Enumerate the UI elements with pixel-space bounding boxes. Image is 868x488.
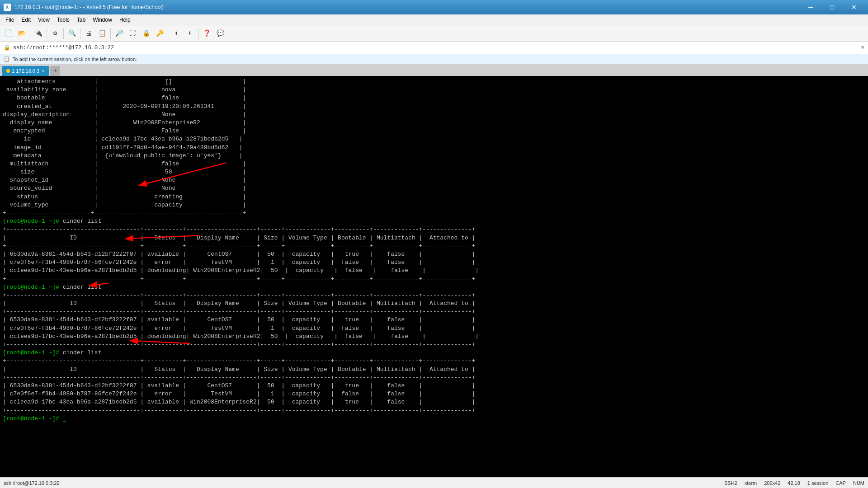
- menu-tab[interactable]: Tab: [73, 16, 89, 24]
- window-title: 172.16.0.3 - root@node-1:~ - Xshell 5 (F…: [14, 4, 164, 10]
- lock-icon: 🔒: [4, 44, 10, 51]
- status-cursor: 42,18: [788, 480, 800, 486]
- menu-file[interactable]: File: [2, 16, 18, 24]
- status-ssh: SSH2: [724, 480, 737, 486]
- print-button[interactable]: 🖨: [82, 27, 95, 40]
- status-size: 209x42: [764, 480, 780, 486]
- menu-window[interactable]: Window: [89, 16, 116, 24]
- extra-button[interactable]: 💬: [214, 27, 226, 40]
- menu-edit[interactable]: Edit: [18, 16, 34, 24]
- info-icon: 📋: [4, 56, 10, 62]
- status-num: NUM: [853, 480, 864, 486]
- menu-bar: File Edit View Tools Tab Window Help: [0, 14, 868, 25]
- tab-bar: 1 172.16.0.3 ✕ +: [0, 64, 868, 76]
- copy-button[interactable]: 📋: [96, 27, 108, 40]
- menu-tools[interactable]: Tools: [53, 16, 73, 24]
- toolbar-separator-5: [110, 28, 111, 39]
- menu-view[interactable]: View: [34, 16, 53, 24]
- connect-button[interactable]: 🔌: [32, 27, 45, 40]
- status-bar: ssh://root@172.16.0.3:22 SSH2 xterm 209x…: [0, 477, 868, 488]
- status-connection: ssh://root@172.16.0.3:22: [4, 480, 60, 486]
- minimize-button[interactable]: ─: [800, 0, 821, 14]
- toolbar: 📄 📂 🔌 ⚙ 🔍 🖨 📋 🔎 ⛶ 🔒 🔑 ⬆ ⬇ ❓ 💬: [0, 25, 868, 42]
- status-terminal: xterm: [745, 480, 757, 486]
- tab-dot: [6, 69, 10, 73]
- download-button[interactable]: ⬇: [184, 27, 196, 40]
- maximize-button[interactable]: □: [822, 0, 843, 14]
- toolbar-separator-1: [30, 28, 30, 39]
- terminal-output: attachments | [] | availability_zone | n…: [3, 78, 865, 423]
- app-icon: X: [4, 4, 11, 11]
- open-button[interactable]: 📂: [15, 27, 28, 40]
- address-dropdown[interactable]: ▼: [861, 45, 864, 51]
- lock-button[interactable]: 🔒: [140, 27, 152, 40]
- menu-help[interactable]: Help: [116, 16, 134, 24]
- key-button[interactable]: 🔑: [153, 27, 166, 40]
- toolbar-separator-3: [63, 28, 64, 39]
- new-tab-button[interactable]: +: [50, 66, 60, 76]
- address-text: ssh://root:******@172.16.0.3:22: [13, 45, 859, 51]
- title-bar: X 172.16.0.3 - root@node-1:~ - Xshell 5 …: [0, 0, 868, 14]
- terminal-area[interactable]: attachments | [] | availability_zone | n…: [0, 76, 868, 477]
- tab-label: 1 172.16.0.3: [12, 68, 39, 74]
- help-button[interactable]: ❓: [200, 27, 213, 40]
- fullscreen-button[interactable]: ⛶: [126, 27, 139, 40]
- info-text: To add the current session, click on the…: [13, 56, 137, 62]
- session-tab[interactable]: 1 172.16.0.3 ✕: [2, 66, 49, 76]
- status-sessions: 1 session: [807, 480, 828, 486]
- upload-button[interactable]: ⬆: [170, 27, 183, 40]
- address-bar: 🔒 ssh://root:******@172.16.0.3:22 ▼: [0, 42, 868, 54]
- search-button[interactable]: 🔍: [66, 27, 78, 40]
- close-button[interactable]: ✕: [844, 0, 864, 14]
- info-bar: 📋 To add the current session, click on t…: [0, 54, 868, 64]
- toolbar-separator-7: [198, 28, 198, 39]
- toolbar-separator-2: [47, 28, 47, 39]
- tab-close-icon[interactable]: ✕: [41, 69, 45, 74]
- zoom-button[interactable]: 🔎: [113, 27, 125, 40]
- toolbar-separator-6: [168, 28, 168, 39]
- new-button[interactable]: 📄: [2, 27, 14, 40]
- settings-button[interactable]: ⚙: [49, 27, 61, 40]
- toolbar-separator-4: [80, 28, 80, 39]
- status-caps: CAP: [835, 480, 846, 486]
